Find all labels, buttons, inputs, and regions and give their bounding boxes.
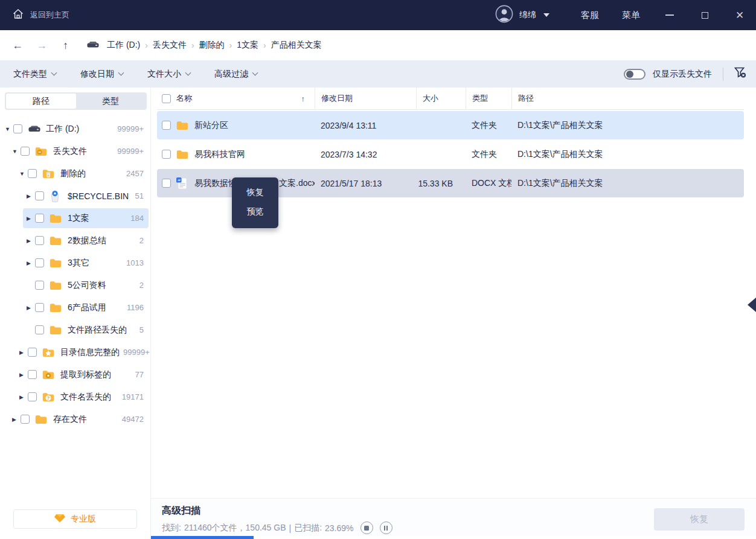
tree-item-count: 2: [136, 236, 144, 245]
user-account[interactable]: 绵绵: [495, 5, 549, 25]
expander-icon[interactable]: ▶: [27, 305, 35, 311]
upgrade-button[interactable]: 专业版: [13, 509, 137, 529]
gem-icon: [54, 514, 65, 525]
breadcrumb-item[interactable]: 产品相关文案: [270, 40, 323, 51]
tree-item[interactable]: ▶目录信息完整的99999+: [0, 341, 151, 363]
back-button[interactable]: ←: [12, 39, 23, 52]
home-label: 返回到主页: [30, 10, 69, 21]
expander-icon[interactable]: ▶: [19, 349, 28, 356]
file-size: [416, 111, 466, 139]
home-button[interactable]: 返回到主页: [12, 8, 69, 22]
recover-button[interactable]: 恢复: [654, 508, 745, 531]
column-date[interactable]: 修改日期: [315, 88, 416, 109]
checkbox[interactable]: [35, 214, 44, 223]
checkbox[interactable]: [35, 191, 44, 200]
tab-type[interactable]: 类型: [76, 94, 146, 109]
tree-item[interactable]: ▼删除的2457: [0, 162, 151, 185]
tree-item-label: 2数据总结: [68, 235, 106, 246]
minimize-button[interactable]: [664, 10, 675, 21]
tab-path[interactable]: 路径: [6, 94, 76, 109]
tree-item[interactable]: ▶?文件名丢失的19171: [0, 386, 151, 408]
checkbox[interactable]: [35, 258, 44, 267]
tree-item[interactable]: ▶$RECYCLE.BIN51: [0, 185, 151, 207]
filter-dropdown-3[interactable]: 高级过滤: [214, 69, 257, 80]
column-name[interactable]: 名称 ↑: [157, 88, 315, 109]
tree-item[interactable]: ▼工作 (D:)99999+: [0, 118, 151, 140]
tree-item-label: 1文案: [68, 213, 89, 224]
filter-dropdown-2[interactable]: 文件大小: [147, 69, 190, 80]
file-size: 15.33 KB: [416, 169, 466, 197]
tree-item[interactable]: ▶6产品试用1196: [0, 296, 151, 319]
expander-icon[interactable]: ▶: [27, 260, 35, 266]
expander-icon[interactable]: ▼: [12, 148, 21, 155]
expander-icon[interactable]: ▶: [12, 416, 21, 423]
close-button[interactable]: ✕: [734, 10, 745, 21]
expander-icon[interactable]: ▼: [19, 171, 28, 177]
tree-item[interactable]: ▶3其它1013: [0, 252, 151, 274]
checkbox[interactable]: [35, 303, 44, 312]
expander-icon[interactable]: ▶: [27, 193, 35, 199]
expander-icon[interactable]: ▶: [19, 372, 28, 378]
pause-button[interactable]: [380, 521, 392, 534]
tree-item-count: 51: [132, 191, 144, 200]
reset-filter-icon[interactable]: [734, 67, 746, 81]
breadcrumb-item[interactable]: 1文案: [235, 40, 260, 51]
tree-item[interactable]: ▶1文案184: [0, 207, 151, 229]
menu-button[interactable]: 菜单: [622, 10, 640, 21]
checkbox[interactable]: [21, 147, 30, 156]
checkbox[interactable]: [162, 179, 171, 188]
tree-item-count: 99999+: [120, 348, 150, 357]
breadcrumb-item[interactable]: 删除的: [198, 40, 226, 51]
checkbox[interactable]: [13, 124, 22, 133]
tree-item-count: 184: [127, 214, 144, 223]
collapse-panel-handle[interactable]: [748, 298, 756, 312]
tree-item[interactable]: 5公司资料2: [0, 274, 151, 296]
support-button[interactable]: 客服: [581, 10, 599, 21]
chevron-down-icon: [185, 70, 191, 76]
checkbox[interactable]: [35, 325, 44, 334]
select-all-checkbox[interactable]: [162, 94, 171, 103]
scan-title: 高级扫描: [162, 505, 200, 517]
checkbox[interactable]: [28, 392, 37, 401]
context-menu-item-recover[interactable]: 恢复: [232, 183, 278, 202]
sidebar-tabs: 路径 类型: [5, 92, 147, 110]
filter-dropdown-0[interactable]: 文件类型: [13, 69, 56, 80]
tree-item-label: 文件路径丢失的: [68, 325, 127, 336]
filter-dropdown-1[interactable]: 修改日期: [80, 69, 123, 80]
tree-item[interactable]: ▶提取到标签的77: [0, 363, 151, 386]
up-button[interactable]: ↑: [63, 39, 68, 52]
lost-files-toggle[interactable]: [624, 69, 645, 80]
checkbox[interactable]: [28, 169, 37, 178]
breadcrumb-item[interactable]: 工作 (D:): [106, 40, 141, 51]
context-menu-item-preview[interactable]: 预览: [232, 202, 278, 222]
table-row[interactable]: 易我科技官网2023/7/3 14:32文件夹D:\1文案\产品相关文案: [157, 140, 744, 168]
checkbox[interactable]: [28, 348, 37, 357]
column-type[interactable]: 类型: [466, 88, 511, 109]
tree-item[interactable]: ▼丢失文件99999+: [0, 140, 151, 162]
checkbox[interactable]: [162, 150, 171, 159]
tree-item-label: 删除的: [60, 168, 86, 179]
maximize-button[interactable]: [699, 10, 710, 21]
checkbox[interactable]: [162, 121, 171, 130]
expander-icon[interactable]: ▼: [5, 126, 13, 132]
checkbox[interactable]: [35, 236, 44, 245]
tree-item[interactable]: 文件路径丢失的5: [0, 319, 151, 341]
checkbox[interactable]: [21, 415, 30, 424]
forward-button[interactable]: →: [36, 39, 47, 52]
tree-item[interactable]: ▶存在文件49472: [0, 408, 151, 430]
file-name: 易我科技官网: [194, 149, 245, 160]
breadcrumb-item[interactable]: 丢失文件: [152, 40, 188, 51]
column-size[interactable]: 大小: [416, 88, 466, 109]
expander-icon[interactable]: ▶: [27, 238, 35, 244]
expander-icon[interactable]: ▶: [19, 394, 28, 400]
user-caret-icon: [543, 13, 549, 17]
tree-item[interactable]: ▶2数据总结2: [0, 229, 151, 252]
sort-arrow-icon[interactable]: ↑: [301, 94, 306, 103]
column-path[interactable]: 路径: [511, 88, 744, 109]
checkbox[interactable]: [28, 370, 37, 379]
table-row[interactable]: 新站分区2023/9/4 13:11文件夹D:\1文案\产品相关文案: [157, 111, 744, 139]
stop-button[interactable]: [360, 521, 373, 534]
expander-icon[interactable]: ▶: [27, 215, 35, 222]
checkbox[interactable]: [35, 281, 44, 290]
breadcrumb: 工作 (D:)›丢失文件›删除的›1文案›产品相关文案: [106, 40, 323, 51]
